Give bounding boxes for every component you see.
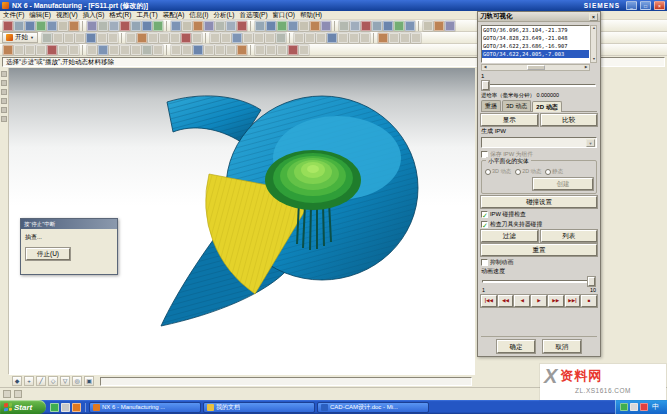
cancel-button[interactable]: 取消 — [543, 340, 581, 353]
playback-stop-button[interactable]: ■ — [581, 295, 597, 307]
menu-item[interactable]: 装配(A) — [163, 11, 185, 20]
quicklaunch-icon[interactable] — [72, 403, 81, 412]
point-snap-icon[interactable]: ◆ — [12, 376, 22, 386]
goto-list[interactable]: GOTO/36.096,23.104,-21.379GOTO/34.828,23… — [481, 25, 590, 63]
toolbar-icon[interactable] — [383, 21, 393, 31]
toolbar-icon[interactable] — [97, 33, 107, 43]
list-button[interactable]: 列表 — [541, 230, 598, 242]
crosshair-icon[interactable]: + — [24, 376, 34, 386]
toolbar-icon[interactable] — [299, 21, 309, 31]
toolbar-icon[interactable] — [14, 45, 24, 55]
menu-item[interactable]: 信息(I) — [189, 11, 208, 20]
toolbar-icon[interactable] — [254, 33, 264, 43]
stop-button[interactable]: 停止(U) — [26, 248, 70, 260]
toolbar-icon[interactable] — [193, 45, 203, 55]
toolbar-icon[interactable] — [98, 45, 108, 55]
collision-settings-button[interactable]: 碰撞设置 — [481, 196, 597, 208]
ipw-collision-check-checkbox[interactable]: ✓ IPW 碰撞检查 — [481, 210, 597, 218]
toolbar-icon[interactable] — [87, 21, 97, 31]
toolbar-icon[interactable] — [87, 45, 97, 55]
grid-snap-icon[interactable]: ▣ — [84, 376, 94, 386]
tray-icon[interactable] — [640, 403, 648, 411]
toolbar-icon[interactable] — [400, 33, 410, 43]
language-indicator[interactable]: 中 — [650, 400, 661, 414]
tray-icon[interactable] — [630, 403, 638, 411]
toolbar-icon[interactable] — [277, 21, 287, 31]
taskbar-task[interactable]: NX 6 - Manufacturing ... — [89, 402, 201, 413]
menu-item[interactable]: 分析(L) — [213, 11, 234, 20]
toolbar-icon[interactable] — [181, 33, 191, 43]
toolbar-icon[interactable] — [232, 33, 242, 43]
resource-bar-icon[interactable] — [1, 107, 7, 113]
taskbar-task[interactable]: 我的文档 — [203, 402, 315, 413]
resource-bar-icon[interactable] — [1, 116, 7, 122]
toolbar-icon[interactable] — [53, 33, 63, 43]
toolbar-icon[interactable] — [445, 21, 455, 31]
toolbar-icon[interactable] — [171, 21, 181, 31]
ok-button[interactable]: 确定 — [497, 340, 535, 353]
menu-item[interactable]: 工具(T) — [136, 11, 157, 20]
resource-bar-icon[interactable] — [1, 98, 7, 104]
circle-snap-icon[interactable]: ◎ — [72, 376, 82, 386]
toolbar-icon[interactable] — [288, 21, 298, 31]
toolbar-icon[interactable] — [327, 33, 337, 43]
toolbar-icon[interactable] — [243, 33, 253, 43]
toolbar-icon[interactable] — [47, 21, 57, 31]
toolpath-progress-slider[interactable] — [481, 81, 597, 90]
toolbar-icon[interactable] — [170, 33, 180, 43]
toolbar-icon[interactable] — [153, 21, 163, 31]
restore-button[interactable]: □ — [640, 1, 651, 10]
playback-go-to-start-button[interactable]: |◀◀ — [481, 295, 497, 307]
toolbar-icon[interactable] — [394, 21, 404, 31]
tab-2[interactable]: 3D 动态 — [502, 100, 531, 111]
menu-item[interactable]: 首选项(P) — [239, 11, 267, 20]
quicklaunch-icon[interactable] — [50, 403, 59, 412]
toolbar-icon[interactable] — [36, 45, 46, 55]
horizontal-scrollbar[interactable]: ◀ ▶ — [481, 64, 590, 71]
facet-radio[interactable]: 3D 动态 — [485, 168, 511, 175]
toolbar-icon[interactable] — [299, 45, 309, 55]
machined-part-3d[interactable] — [137, 86, 437, 348]
toolbar-icon[interactable] — [137, 33, 147, 43]
toolbar-icon[interactable] — [423, 21, 433, 31]
toolbar-icon[interactable] — [276, 33, 286, 43]
title-bar[interactable]: NX 6 - Manufacturing - [FS11.prt (修改的)] … — [0, 0, 667, 11]
toolbar-icon[interactable] — [131, 45, 141, 55]
dialog-close-icon[interactable]: × — [589, 13, 598, 21]
toolbar-icon[interactable] — [126, 33, 136, 43]
scrollbar-thumb[interactable] — [527, 65, 545, 70]
toolbar-icon[interactable] — [36, 21, 46, 31]
line-snap-icon[interactable]: ╱ — [36, 376, 46, 386]
toolbar-icon[interactable] — [210, 33, 220, 43]
toolbar-icon[interactable] — [142, 21, 152, 31]
toolbar-icon[interactable] — [339, 21, 349, 31]
toolbar-icon[interactable] — [361, 21, 371, 31]
toolbar-icon[interactable] — [142, 45, 152, 55]
toolbar-icon[interactable] — [405, 21, 415, 31]
toolbar-icon[interactable] — [42, 33, 52, 43]
show-button[interactable]: 显示 — [481, 114, 538, 126]
resource-bar-icon[interactable] — [1, 80, 7, 86]
minimize-button[interactable]: _ — [626, 1, 637, 10]
toolbar-icon[interactable] — [266, 21, 276, 31]
scroll-down-icon[interactable]: ▼ — [591, 57, 597, 62]
toolbar-icon[interactable] — [153, 45, 163, 55]
toolbar-icon[interactable] — [192, 33, 202, 43]
start-menu-button[interactable]: 开始 ▼ — [2, 32, 38, 43]
taskbar-task[interactable]: CAD-CAM设计.doc - Mi... — [317, 402, 429, 413]
graphics-viewport[interactable]: 按“停止”中断 抽查... 停止(U) — [9, 68, 475, 374]
menu-item[interactable]: 编辑(E) — [29, 11, 51, 20]
toolbar-icon[interactable] — [204, 21, 214, 31]
scroll-up-icon[interactable]: ▲ — [591, 26, 597, 31]
ipw-resolution-dropdown[interactable]: ▼ — [481, 137, 597, 148]
resource-bar-icon[interactable] — [1, 71, 7, 77]
compare-button[interactable]: 比较 — [541, 114, 598, 126]
toolbar-icon[interactable] — [288, 45, 298, 55]
toolbar-icon[interactable] — [98, 21, 108, 31]
toolbar-icon[interactable] — [14, 21, 24, 31]
toolbar-icon[interactable] — [131, 21, 141, 31]
toolbar-icon[interactable] — [182, 21, 192, 31]
toolbar-icon[interactable] — [378, 33, 388, 43]
toolbar-icon[interactable] — [349, 33, 359, 43]
facet-radio[interactable]: 静态 — [545, 168, 563, 175]
